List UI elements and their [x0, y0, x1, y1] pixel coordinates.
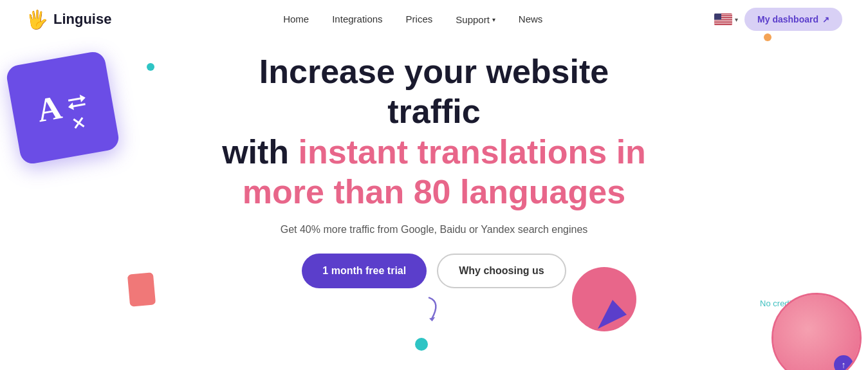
free-trial-button[interactable]: 1 month free trial [302, 254, 427, 288]
logo[interactable]: 🖐 Linguise [26, 9, 111, 30]
purple-arrow-decoration [595, 297, 630, 335]
logo-icon: 🖐 [26, 9, 48, 30]
nav-integrations[interactable]: Integrations [332, 14, 382, 24]
dashboard-button-label: My dashboard [757, 14, 818, 24]
svg-rect-13 [714, 14, 721, 20]
hero-title-highlight: instant translations in [299, 133, 646, 171]
nav-prices[interactable]: Prices [406, 14, 433, 24]
svg-rect-9 [714, 21, 732, 22]
svg-rect-7 [714, 20, 732, 21]
svg-marker-21 [429, 315, 435, 322]
us-flag-icon [714, 14, 732, 25]
external-link-icon: ↗ [822, 15, 829, 24]
nav-support[interactable]: Support ▾ [456, 14, 495, 25]
lang-chevron-icon: ▾ [735, 16, 738, 23]
svg-rect-10 [714, 23, 732, 23]
hero-title-line1: Increase your website traffic [259, 53, 609, 130]
svg-rect-12 [714, 24, 732, 25]
why-choosing-us-button[interactable]: Why choosing us [437, 254, 566, 288]
teal-dot-bottom-decoration [415, 338, 428, 351]
hero-subtitle: Get 40% more traffic from Google, Baidu … [267, 224, 602, 236]
nav-news[interactable]: News [519, 14, 543, 24]
logo-text: Linguise [53, 11, 111, 28]
hero-title: Increase your website traffic with insta… [209, 51, 660, 212]
svg-rect-11 [714, 23, 732, 24]
svg-rect-8 [714, 21, 732, 21]
language-selector[interactable]: ▾ [714, 14, 738, 25]
nav-home[interactable]: Home [283, 14, 309, 24]
hero-section: Increase your website traffic with insta… [0, 39, 868, 312]
dashboard-button[interactable]: My dashboard ↗ [744, 8, 842, 31]
cta-button-group: 1 month free trial Why choosing us [26, 254, 842, 288]
hero-title-line2: with [222, 133, 298, 171]
svg-marker-22 [598, 300, 627, 329]
hero-title-line3: more than 80 languages [243, 173, 625, 210]
chevron-down-icon: ▾ [492, 16, 495, 23]
